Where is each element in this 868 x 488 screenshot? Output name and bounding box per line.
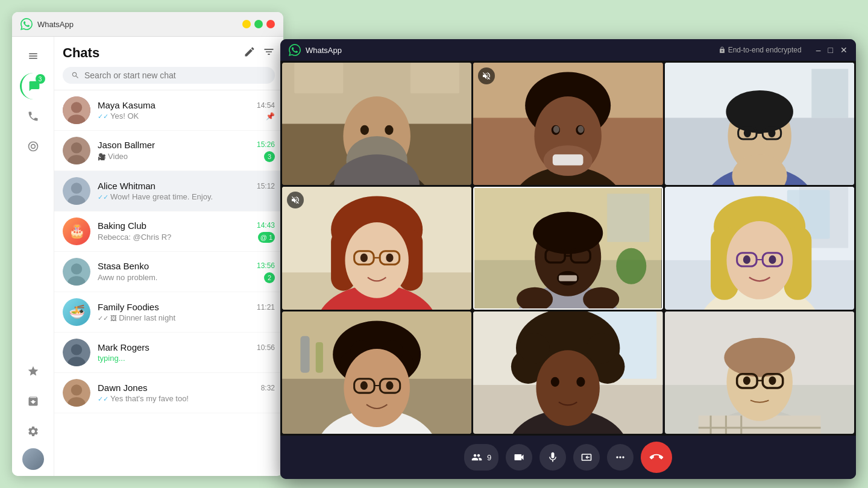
chat-time-mark: 10:56 [257, 343, 275, 352]
close-button[interactable]: ✕ [266, 20, 275, 28]
person-5-video [474, 188, 661, 308]
more-options-button[interactable] [607, 444, 634, 471]
chat-preview-row-stasa: Aww no problem. 2 [98, 272, 275, 283]
chat-name-row-maya: Maya Kasuma 14:54 [98, 100, 275, 110]
end-call-icon [647, 448, 666, 466]
svg-point-3 [71, 102, 82, 113]
svg-point-18 [71, 384, 82, 395]
chat-item-jason[interactable]: Jason Ballmer 15:26 🎥 Video 3 [54, 131, 283, 171]
avatar-family: 🍜 [63, 298, 90, 326]
titlebar-text: WhatsApp [37, 20, 237, 29]
chat-name-family: Family Foodies [98, 302, 159, 312]
call-titlebar: WhatsApp End-to-end endcrypted – □ ✕ [280, 39, 856, 61]
chat-item-stasa[interactable]: Stasa Benko 13:56 Aww no problem. 2 [54, 252, 283, 292]
call-minimize-btn[interactable]: – [816, 45, 821, 55]
search-icon [71, 71, 80, 80]
chat-item-maya[interactable]: Maya Kasuma 14:54 ✓✓ Yes! OK 📌 [54, 90, 283, 131]
sidebar-item-menu[interactable] [20, 43, 46, 69]
minimize-button[interactable]: – [242, 20, 251, 28]
chat-item-dawn[interactable]: Dawn Jones 8:32 ✓✓ Yes that's my fave to… [54, 373, 283, 413]
svg-point-6 [71, 142, 82, 153]
call-close-btn[interactable]: ✕ [840, 45, 848, 55]
svg-point-54 [768, 129, 775, 137]
sidebar-bottom [20, 358, 46, 470]
avatar-mark [63, 339, 90, 366]
mic-button[interactable] [539, 444, 566, 471]
person-9-video [665, 311, 854, 434]
sidebar-item-status[interactable] [20, 133, 46, 160]
sidebar-item-settings[interactable] [20, 418, 46, 445]
settings-icon [27, 425, 39, 437]
video-cell-8 [473, 311, 662, 434]
chat-preview-row-jason: 🎥 Video 3 [98, 151, 275, 162]
chat-item-mark[interactable]: Mark Rogers 10:56 typing... [54, 333, 283, 373]
chat-info-family: Family Foodies 11:21 ✓✓ 🖼 Dinner last ni… [98, 302, 275, 322]
person-1-video [282, 63, 471, 185]
call-maximize-btn[interactable]: □ [828, 45, 833, 55]
person-8-video [473, 311, 662, 434]
svg-rect-71 [608, 194, 650, 242]
chats-unread-badge: 3 [36, 74, 45, 84]
chat-time-maya: 14:54 [257, 101, 275, 110]
person-4-video [282, 187, 471, 309]
svg-point-112 [360, 381, 368, 390]
participants-button[interactable]: 9 [464, 444, 498, 471]
svg-rect-46 [811, 69, 848, 117]
avatar-stasa-img [63, 258, 90, 286]
call-controls-bar: 9 [280, 436, 856, 479]
avatar-maya [63, 96, 90, 124]
svg-rect-80 [559, 275, 577, 281]
new-chat-icon[interactable] [244, 46, 256, 61]
chat-preview-alice: ✓✓ Wow! Have great time. Enjoy. [98, 192, 213, 201]
chat-time-dawn: 8:32 [261, 384, 275, 392]
chat-info-mark: Mark Rogers 10:56 typing... [98, 342, 275, 363]
call-title: WhatsApp [306, 46, 714, 55]
screen-share-button[interactable] [573, 444, 600, 471]
svg-rect-100 [300, 336, 309, 372]
chat-preview-mark: typing... [98, 354, 125, 363]
svg-point-9 [71, 183, 82, 193]
chat-time-jason: 15:26 [257, 140, 275, 149]
chat-item-baking[interactable]: 🎂 Baking Club 14:43 Rebecca: @Chris R? @… [54, 211, 283, 252]
chat-info-baking: Baking Club 14:43 Rebecca: @Chris R? @ 1 [98, 221, 275, 243]
pin-icon-maya: 📌 [266, 112, 275, 120]
whatsapp-logo [20, 18, 33, 30]
maximize-button[interactable]: □ [254, 20, 263, 28]
my-profile-avatar[interactable] [22, 448, 44, 470]
video-cell-6 [665, 187, 854, 309]
video-toggle-button[interactable] [506, 444, 532, 471]
svg-rect-24 [294, 63, 343, 93]
avatar-dawn [63, 379, 90, 407]
svg-point-140 [743, 376, 750, 384]
chat-item-family[interactable]: 🍜 Family Foodies 11:21 ✓✓ 🖼 Dinner last … [54, 292, 283, 333]
filter-icon[interactable] [263, 46, 275, 61]
svg-rect-39 [553, 154, 583, 165]
chat-time-baking: 14:43 [257, 221, 275, 230]
screen-share-icon [580, 451, 593, 463]
chat-name-row-family: Family Foodies 11:21 [98, 302, 275, 312]
chat-preview-stasa: Aww no problem. [98, 273, 157, 282]
avatar-alice [63, 177, 90, 205]
svg-point-12 [71, 263, 82, 274]
unread-badge-stasa: 2 [264, 272, 275, 283]
chat-preview-row-family: ✓✓ 🖼 Dinner last night [98, 313, 275, 322]
avatar-maya-img [63, 96, 90, 124]
sidebar-item-calls[interactable] [20, 103, 46, 130]
video-cell-1: 🔇 [282, 63, 471, 185]
sidebar: 3 [12, 37, 54, 476]
background-whatsapp-window: WhatsApp – □ ✕ 3 [12, 12, 283, 476]
search-input[interactable] [84, 70, 266, 80]
titlebar: WhatsApp – □ ✕ [12, 12, 283, 37]
sidebar-item-starred[interactable] [20, 358, 46, 384]
svg-point-43 [578, 126, 584, 133]
mute-icon-4 [291, 195, 300, 205]
sidebar-item-chats[interactable]: 3 [20, 73, 46, 99]
archived-icon [27, 395, 39, 407]
chat-item-alice[interactable]: Alice Whitman 15:12 ✓✓ Wow! Have great t… [54, 171, 283, 211]
sidebar-item-archived[interactable] [20, 388, 46, 414]
video-cell-7 [282, 311, 471, 434]
svg-point-1 [31, 145, 35, 149]
end-call-button[interactable] [641, 442, 672, 473]
svg-point-15 [71, 344, 82, 355]
video-cell-3 [665, 63, 854, 185]
